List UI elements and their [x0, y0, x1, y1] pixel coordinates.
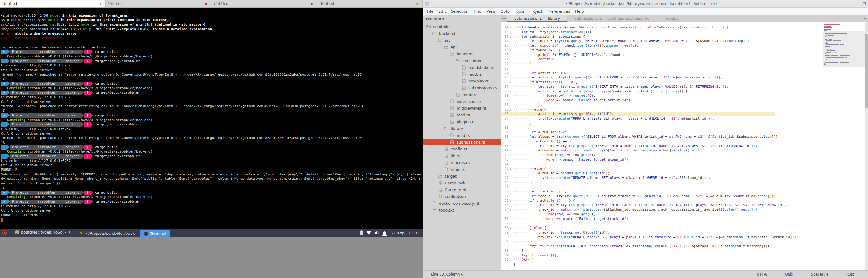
tree-item-handshake-rs[interactable]: handshake.rs	[423, 64, 500, 71]
wifi-icon[interactable]	[366, 231, 371, 235]
terminal-output[interactable]: ^~~~~~<std macros>:2:25: 2:56 note: in t…	[0, 8, 423, 222]
statusbar-icon[interactable]	[426, 273, 428, 276]
taskbar-window-button[interactable]: S~/Projects/scrobbler/back...	[76, 229, 138, 238]
terminal-tab-label: Untitled	[108, 2, 204, 6]
fold-arrow-icon[interactable]: ∨	[508, 35, 513, 39]
menu-selection[interactable]: Selection	[448, 9, 471, 13]
tree-item-handlers[interactable]: handlers	[423, 50, 500, 57]
terminal-tab[interactable]: Untitled×	[106, 0, 212, 7]
code-token: ().	[685, 148, 692, 152]
tree-item-config-json[interactable]: {}config.json	[423, 193, 500, 200]
tree-item-src[interactable]: src	[423, 37, 500, 43]
tree-item-target[interactable]: target	[423, 173, 500, 179]
close-icon[interactable]: ×	[204, 2, 209, 6]
tree-item-mod-rs[interactable]: mod.rs	[423, 132, 500, 139]
bell-icon[interactable]	[383, 231, 386, 235]
status-utf8[interactable]: UTF-8	[757, 272, 768, 276]
close-icon[interactable]: ×	[415, 2, 420, 6]
fold-arrow-icon[interactable]: ∨	[508, 48, 513, 53]
tree-item-nowplay-rs[interactable]: nowplay.rs	[423, 77, 500, 84]
tree-item-cargo-lock[interactable]: Cargo.lock	[423, 179, 500, 186]
menu-file[interactable]: File	[425, 9, 436, 13]
volume-icon[interactable]	[375, 231, 379, 235]
terminal-tab[interactable]: Untitled×	[0, 0, 106, 7]
tree-item-scrobbler[interactable]: scrobbler	[423, 23, 500, 30]
tree-item-extensions-rs[interactable]: extensions.rs	[423, 98, 500, 105]
editor-tab[interactable]: submissions.rs — library	[507, 15, 567, 22]
fold-arrow-icon[interactable]: ∨	[508, 208, 513, 212]
fold-arrow-icon[interactable]: ∨	[508, 226, 513, 231]
tree-item-cargo-toml[interactable]: Cargo.toml	[423, 186, 500, 193]
code-token: (conn: &	[565, 25, 581, 29]
editor-tab[interactable]: submissions.rs — api/handlers/consumer	[567, 15, 658, 22]
tree-item-submissions-rs[interactable]: submissions.rs	[423, 84, 500, 91]
status-unix[interactable]: Unix	[785, 272, 793, 276]
tree-item-consumer[interactable]: consumer	[423, 57, 500, 64]
status-rust[interactable]: Rust	[846, 272, 854, 276]
menu-preferences[interactable]: Preferences	[545, 9, 573, 13]
prompt-arrow	[91, 49, 93, 54]
tree-item-library[interactable]: library	[423, 125, 500, 132]
tree-item-docker-compose-yml[interactable]: docker-compose.yml	[423, 200, 500, 207]
minimize-icon[interactable]: −	[857, 2, 860, 6]
fold-arrow-icon[interactable]: ∨	[508, 89, 513, 94]
fold-arrow-icon[interactable]: ∨	[508, 199, 513, 203]
fold-arrow-icon[interactable]: ∨	[508, 80, 513, 84]
tree-item-macros-rs[interactable]: macros.rs	[423, 159, 500, 166]
code-text: }	[513, 262, 516, 267]
tree-item-api[interactable]: api	[423, 43, 500, 50]
tree-item-plugins-rs[interactable]: plugins.rs	[423, 118, 500, 125]
tab-overflow-icon[interactable]: ▼	[862, 15, 868, 22]
clock[interactable]: 21 апр., 11:03	[391, 231, 420, 235]
menu-help[interactable]: Help	[572, 9, 587, 13]
close-icon[interactable]: ×	[425, 2, 429, 6]
code-token: None	[546, 158, 555, 162]
fold-arrow-icon[interactable]: ∨	[508, 148, 513, 153]
terminal-tab[interactable]: Untitled×	[317, 0, 423, 7]
fold-arrow-icon[interactable]: ∨	[508, 139, 513, 144]
code-editor[interactable]: 14∨pub fn handle_submissions(conn: &Gene…	[500, 22, 868, 270]
tree-item-submissions-rs[interactable]: submissions.rs	[423, 139, 500, 145]
taskbar-window-button[interactable]: >_Terminal	[141, 230, 169, 238]
tab-forward-icon[interactable]: ▶	[504, 17, 506, 20]
tree-item-main-rs[interactable]: main.rs	[423, 166, 500, 173]
launcher-button[interactable]	[0, 231, 9, 235]
tree-item-backend[interactable]: backend	[423, 30, 500, 37]
code-line: 57············};	[500, 221, 798, 226]
tab-back-icon[interactable]: ◀	[501, 17, 503, 20]
scrollbar-thumb[interactable]	[865, 34, 868, 108]
menu-find[interactable]: Find	[471, 9, 484, 13]
fold-arrow-icon[interactable]: ∨	[508, 167, 513, 171]
maximize-icon[interactable]	[863, 2, 866, 5]
menu-view[interactable]: View	[484, 9, 498, 13]
close-icon[interactable]: ×	[98, 2, 103, 6]
indent-dots: ············	[514, 235, 538, 239]
menu-edit[interactable]: Edit	[436, 9, 448, 13]
tree-item-lib-rs[interactable]: lib.rs	[423, 152, 500, 159]
close-icon[interactable]: ×	[310, 2, 314, 6]
status-spaces[interactable]: Spaces: 4	[811, 272, 828, 276]
editor-tab[interactable]: mod.rs	[658, 15, 686, 22]
code-token: iter	[677, 148, 686, 152]
editor-scrollbar[interactable]	[865, 22, 868, 270]
minimap[interactable]	[823, 23, 865, 270]
tree-item-mod-rs[interactable]: mod.rs	[423, 91, 500, 98]
minimap-viewport[interactable]	[823, 31, 865, 67]
tree-item-mod-rs[interactable]: mod.rs	[423, 71, 500, 77]
fold-arrow-icon[interactable]: ∨	[508, 25, 513, 30]
fold-arrow-icon[interactable]: ∨	[508, 107, 513, 112]
menu-tools[interactable]: Tools	[512, 9, 527, 13]
taskbar-window-button[interactable]: postgres::types::ToSql - R...	[12, 228, 73, 236]
menu-goto[interactable]: Goto	[498, 9, 512, 13]
terminal-tab[interactable]: Untitled×	[211, 0, 317, 7]
battery-icon[interactable]	[360, 231, 363, 235]
code-token: $1	[663, 75, 667, 79]
tree-item-config-rs[interactable]: config.rs	[423, 145, 500, 152]
tree-item-middlewares-rs[interactable]: middlewares.rs	[423, 105, 500, 111]
menu-project[interactable]: Project	[527, 9, 545, 13]
terminal-window[interactable]: Untitled×Untitled×Untitled×Untitled× ^~~…	[0, 0, 423, 237]
tree-item-todo-txt[interactable]: ≡todo.txt	[423, 207, 500, 213]
code-token: ().	[665, 89, 671, 93]
tree-item-mod-rs[interactable]: mod.rs	[423, 111, 500, 118]
cursor-position[interactable]: Line 33, Column 6	[431, 272, 463, 276]
